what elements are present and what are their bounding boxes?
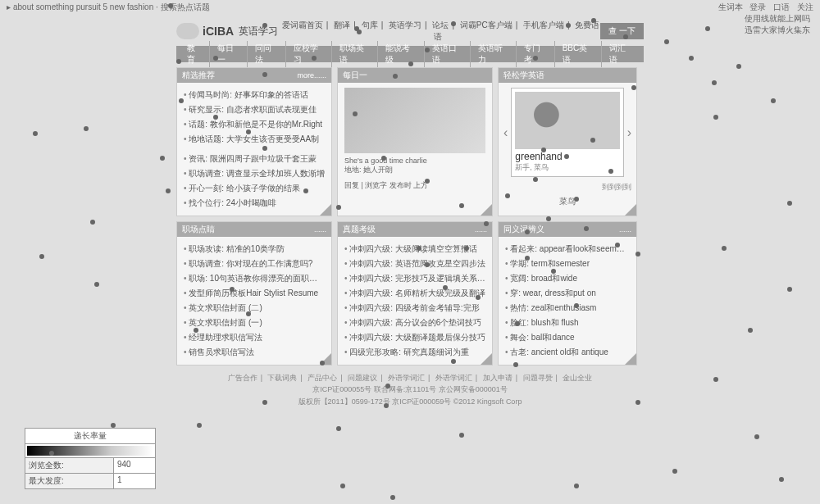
subnav: 教育 每日一 问问法 应校学习 职场英语 能说考级 英语口语 英语听力 专门考 …: [176, 46, 644, 62]
list-item[interactable]: 舞会: ball和dance: [505, 330, 630, 345]
list-item[interactable]: 热情: zeal和enthusiasm: [505, 301, 630, 316]
footer-link[interactable]: 外语学词汇: [435, 374, 472, 382]
nav-forum[interactable]: 论坛: [432, 20, 449, 30]
heatmap-dot: [340, 484, 345, 488]
carousel-card[interactable]: greenhand 新手, 菜鸟: [511, 88, 623, 177]
heatmap-dot: [771, 98, 776, 103]
footer-link[interactable]: 问题寻赞: [523, 374, 553, 382]
chevron-right-icon[interactable]: ›: [627, 125, 631, 140]
list-item[interactable]: 冲刺四六级: 大级翻译题最后保分技巧: [344, 330, 485, 345]
link-follow[interactable]: 关注: [797, 2, 813, 11]
footer-link[interactable]: 产品中心: [308, 374, 337, 382]
subnav-item[interactable]: 教育: [181, 41, 210, 67]
list-item[interactable]: 职场调查: 你对现在的工作满意吗?: [184, 257, 325, 271]
chevron-left-icon[interactable]: ‹: [503, 125, 508, 140]
list-item[interactable]: 脸红: blush和 flush: [505, 316, 630, 330]
list-item[interactable]: 职场调查: 调查显示全球加班人数渐增: [184, 166, 325, 181]
subnav-item[interactable]: 专门考: [518, 41, 554, 67]
card-title: 职场点睛: [182, 224, 215, 235]
list-item[interactable]: 研究显示: 自恋者求职面试表现更佳: [184, 102, 325, 117]
nav-learn[interactable]: 英语学习: [389, 20, 421, 30]
nav-translate[interactable]: 翻译: [334, 20, 350, 30]
legend-label: 浏览全数:: [25, 458, 114, 473]
logo[interactable]: iCIBA 英语学习: [176, 23, 278, 39]
list-item[interactable]: 地地话题: 大学女生该否更受受AA制: [184, 132, 325, 147]
footer-link[interactable]: 广告合作: [228, 374, 257, 382]
link-notebook[interactable]: 生词本: [718, 2, 743, 11]
card-more[interactable]: ......: [475, 225, 487, 234]
daily-image[interactable]: [344, 88, 485, 153]
subnav-item[interactable]: 职场英语: [334, 41, 378, 67]
heatmap-dot: [166, 188, 171, 193]
nav-free[interactable]: 免费语语: [434, 20, 600, 41]
footer-link[interactable]: 加入申请: [483, 374, 512, 382]
nav-mobile[interactable]: 手机客户端: [523, 20, 564, 30]
list-item[interactable]: 冲刺四六级: 名师精析大级完级及翻译: [344, 286, 485, 301]
list-item[interactable]: 资讯: 限洲四周子跟中垃圾千套王蒙: [184, 152, 325, 166]
footer-link[interactable]: 外语学词汇: [388, 374, 425, 382]
corner-icon: [625, 204, 636, 216]
list-item[interactable]: 宽阔: broad和wide: [505, 271, 630, 286]
list-item[interactable]: 传闻马时尚: 好事坏印象的答语话: [184, 88, 325, 102]
subnav-item[interactable]: 能说考级: [380, 41, 424, 67]
subnav-item[interactable]: 每日一: [212, 41, 248, 67]
footer-line2: 京ICP证000055号 联合网备:京1101号 京公网安备000001号: [176, 384, 644, 395]
list-item[interactable]: 开心一刻: 给小孩子学做的结果: [184, 181, 325, 196]
card-more[interactable]: ......: [619, 225, 631, 234]
list-item[interactable]: 销售员求职信写法: [184, 345, 325, 360]
carousel-wordsub: 新手, 菜鸟: [515, 162, 619, 173]
footer-line3: 版权所【2011】0599-172号 京ICP证000059号 ©2012 Ki…: [176, 396, 644, 407]
list-item[interactable]: 冲刺四六级: 英语范阅攻克星空四步法: [344, 257, 485, 271]
list-item[interactable]: 冲刺四六级: 大级阅读填空空算报话: [344, 242, 485, 257]
link-oral[interactable]: 口语: [773, 2, 790, 11]
legend-gradient: [27, 446, 153, 456]
heatmap-dot: [705, 26, 710, 31]
corner-icon: [481, 353, 492, 365]
card-title: 真题考级: [343, 224, 376, 235]
subnav-item[interactable]: 问问法: [249, 41, 285, 67]
subnav-item[interactable]: 英语听力: [472, 41, 517, 67]
list-item[interactable]: 职场: 10句英语教你得漂亮的面职准后: [184, 271, 325, 286]
list-item[interactable]: 英文求职信封面 (一): [184, 316, 325, 330]
list-item[interactable]: 冲刺四六级: 四级考前金考辅导:完形: [344, 301, 485, 316]
search-button[interactable]: 查 一下: [600, 23, 644, 39]
heatmap-dot: [713, 115, 718, 120]
link-login[interactable]: 登录: [749, 2, 766, 11]
nav-home[interactable]: 爱词霸首页: [282, 20, 323, 30]
footer-link[interactable]: 金山全业: [563, 374, 592, 382]
subnav-item[interactable]: BBC英语: [557, 41, 602, 67]
legend-label: 最大发度:: [25, 474, 114, 488]
card-career: 职场点睛...... 职场攻读: 精准的10类学防 职场调查: 你对现在的工作满…: [176, 221, 332, 366]
card-more[interactable]: more......: [297, 71, 326, 79]
heatmap-dot: [722, 246, 727, 251]
card-title: 轻松学英语: [503, 70, 544, 81]
list-item[interactable]: 古老: ancient old和 antique: [505, 345, 630, 360]
nav-pc[interactable]: 词霸PC客户端: [460, 20, 512, 30]
legend-value: 940: [114, 458, 155, 473]
heatmap-dot: [197, 423, 202, 428]
list-item[interactable]: 发型师简历模板Hair Stylist Resume: [184, 286, 325, 301]
list-item[interactable]: 英文求职信封面 (二): [184, 301, 325, 316]
list-item[interactable]: 看起来: appear看look和seem辨析: [505, 242, 630, 257]
top-links: 生词本 登录 口语 关注: [713, 2, 813, 13]
list-item[interactable]: 四级完形攻略: 研究真题细词为重: [344, 345, 485, 360]
card-title: 精选推荐: [182, 70, 215, 81]
list-item[interactable]: 冲刺四六级: 完形技巧及逻辑填关系词总结: [344, 271, 485, 286]
subnav-item[interactable]: 应校学习: [288, 41, 332, 67]
footer-link[interactable]: 下载词典: [267, 374, 297, 382]
list-item[interactable]: 职场攻读: 精准的10类学防: [184, 242, 325, 257]
list-item[interactable]: 经理助理求职信写法: [184, 330, 325, 345]
list-item[interactable]: 穿: wear, dress和put on: [505, 286, 630, 301]
heatmap-dot: [672, 469, 677, 474]
list-item[interactable]: 找个位行: 24小时喝咖啡: [184, 196, 325, 211]
nav-sentence[interactable]: 句库: [362, 20, 378, 30]
list-item[interactable]: 话题: 教你和新他是不是你的Mr.Right: [184, 117, 325, 132]
list-item[interactable]: 冲刺四六级: 高分议会的6个垫词技巧: [344, 316, 485, 330]
footer-link[interactable]: 问题建议: [348, 374, 377, 382]
heatmap-dot: [94, 282, 99, 287]
subnav-item[interactable]: 词汇语: [604, 41, 639, 67]
card-more[interactable]: ......: [314, 225, 326, 234]
list-item[interactable]: 学期: term和semester: [505, 257, 630, 271]
heatmap-dot: [779, 477, 784, 482]
subnav-item[interactable]: 英语口语: [426, 41, 471, 67]
